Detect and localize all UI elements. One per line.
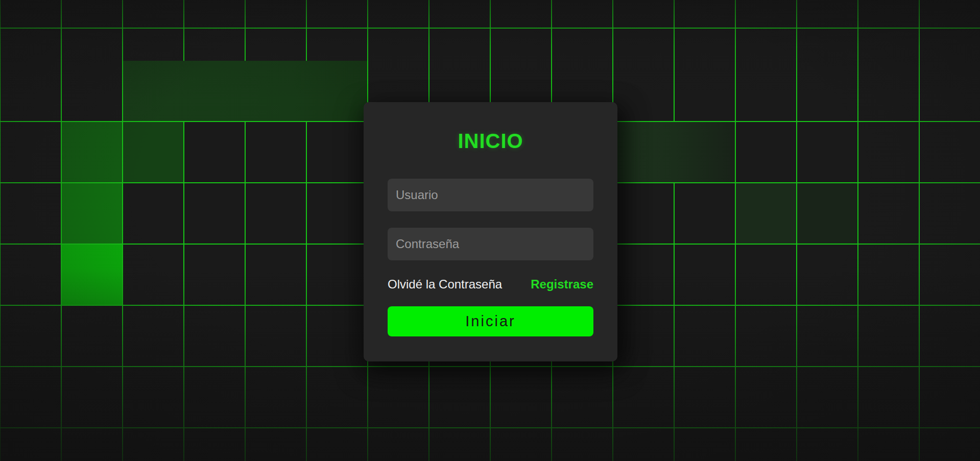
password-input[interactable] [388,228,593,260]
register-link[interactable]: Registrase [531,277,593,292]
login-card: INICIO Olvidé la Contraseña Registrase I… [364,102,617,361]
links-row: Olvidé la Contraseña Registrase [388,277,593,292]
forgot-password-link[interactable]: Olvidé la Contraseña [388,277,502,292]
screen: INICIO Olvidé la Contraseña Registrase I… [0,0,980,461]
submit-button[interactable]: Iniciar [388,306,593,336]
username-input[interactable] [388,179,593,211]
login-title: INICIO [364,130,617,153]
